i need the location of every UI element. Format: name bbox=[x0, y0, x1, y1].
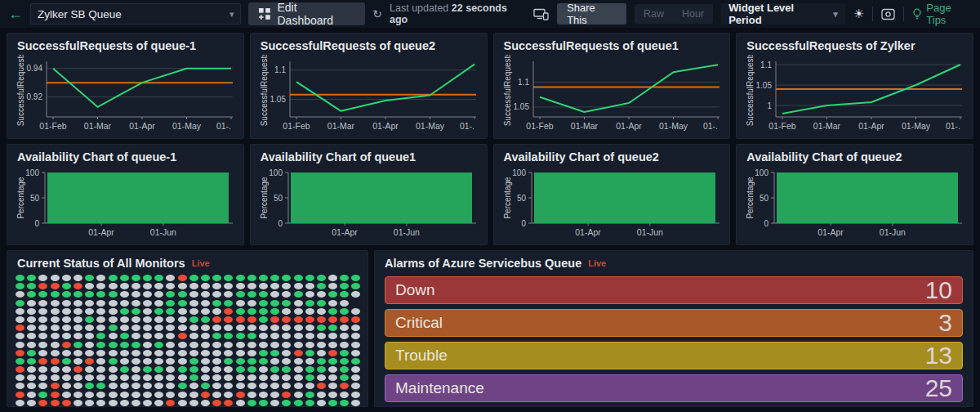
status-dot-up[interactable] bbox=[259, 316, 268, 323]
status-dot-up[interactable] bbox=[305, 350, 314, 356]
status-dot-up[interactable] bbox=[282, 400, 291, 406]
status-dot-no-data[interactable] bbox=[328, 275, 337, 281]
status-dot-down[interactable] bbox=[236, 316, 245, 323]
status-dot-no-data[interactable] bbox=[143, 325, 152, 331]
status-dot-no-data[interactable] bbox=[51, 275, 60, 281]
brightness-icon[interactable]: ☀ bbox=[853, 7, 864, 21]
status-dot-no-data[interactable] bbox=[154, 350, 163, 356]
status-dot-no-data[interactable] bbox=[224, 325, 233, 331]
status-dot-no-data[interactable] bbox=[85, 392, 94, 398]
status-dot-no-data[interactable] bbox=[131, 383, 140, 389]
status-dot-no-data[interactable] bbox=[328, 342, 337, 348]
status-dot-no-data[interactable] bbox=[74, 400, 82, 406]
status-dot-no-data[interactable] bbox=[224, 291, 233, 298]
status-dot-up[interactable] bbox=[340, 308, 349, 315]
status-dot-up[interactable] bbox=[154, 275, 163, 281]
status-dot-up[interactable] bbox=[340, 374, 349, 381]
status-dot-up[interactable] bbox=[247, 400, 256, 406]
status-dot-no-data[interactable] bbox=[96, 366, 105, 373]
status-dot-up[interactable] bbox=[166, 308, 175, 315]
status-dot-no-data[interactable] bbox=[16, 316, 24, 323]
status-dot-up[interactable] bbox=[154, 366, 163, 373]
status-dot-no-data[interactable] bbox=[305, 308, 314, 315]
status-dot-no-data[interactable] bbox=[62, 333, 71, 339]
status-dot-up[interactable] bbox=[224, 358, 233, 365]
status-dot-down[interactable] bbox=[74, 283, 82, 289]
status-dot-no-data[interactable] bbox=[85, 283, 94, 289]
status-dot-down[interactable] bbox=[16, 392, 24, 398]
status-dot-no-data[interactable] bbox=[351, 291, 360, 298]
status-dot-no-data[interactable] bbox=[154, 374, 163, 381]
status-dot-up[interactable] bbox=[270, 275, 279, 281]
status-dot-no-data[interactable] bbox=[317, 291, 326, 298]
status-dot-no-data[interactable] bbox=[189, 342, 198, 348]
status-dot-up[interactable] bbox=[259, 275, 268, 281]
status-dot-no-data[interactable] bbox=[154, 400, 163, 406]
status-dot-no-data[interactable] bbox=[143, 358, 152, 365]
status-dot-no-data[interactable] bbox=[294, 366, 303, 373]
status-dot-no-data[interactable] bbox=[178, 374, 187, 381]
status-dot-no-data[interactable] bbox=[166, 325, 175, 331]
status-dot-up[interactable] bbox=[154, 308, 163, 315]
status-dot-no-data[interactable] bbox=[212, 283, 221, 289]
status-dot-no-data[interactable] bbox=[96, 400, 105, 406]
status-dot-no-data[interactable] bbox=[85, 300, 94, 307]
refresh-icon[interactable]: ↻ bbox=[372, 7, 382, 20]
status-dot-no-data[interactable] bbox=[131, 300, 140, 307]
status-dot-no-data[interactable] bbox=[178, 392, 187, 398]
status-dot-down[interactable] bbox=[51, 358, 60, 365]
status-dot-no-data[interactable] bbox=[189, 283, 198, 289]
status-dot-down[interactable] bbox=[340, 383, 349, 389]
status-dot-no-data[interactable] bbox=[351, 350, 360, 356]
status-dot-no-data[interactable] bbox=[247, 374, 256, 381]
status-dot-no-data[interactable] bbox=[247, 283, 256, 289]
status-dot-down[interactable] bbox=[294, 316, 303, 323]
status-dot-no-data[interactable] bbox=[282, 374, 291, 381]
status-dot-up[interactable] bbox=[236, 291, 245, 298]
status-dot-down[interactable] bbox=[305, 316, 314, 323]
status-dot-up[interactable] bbox=[294, 275, 303, 281]
status-dot-no-data[interactable] bbox=[212, 374, 221, 381]
status-dot-no-data[interactable] bbox=[189, 325, 198, 331]
status-dot-down[interactable] bbox=[328, 316, 337, 323]
status-dot-no-data[interactable] bbox=[38, 316, 47, 323]
status-dot-down[interactable] bbox=[51, 400, 60, 406]
status-dot-no-data[interactable] bbox=[317, 342, 326, 348]
status-dot-no-data[interactable] bbox=[16, 308, 24, 315]
status-dot-no-data[interactable] bbox=[74, 350, 82, 356]
status-dot-no-data[interactable] bbox=[340, 325, 349, 331]
status-dot-up[interactable] bbox=[131, 275, 140, 281]
status-dot-no-data[interactable] bbox=[74, 325, 82, 331]
status-dot-up[interactable] bbox=[305, 300, 314, 307]
status-dot-no-data[interactable] bbox=[109, 366, 118, 373]
status-dot-up[interactable] bbox=[154, 342, 163, 348]
status-dot-no-data[interactable] bbox=[282, 308, 291, 315]
status-dot-down[interactable] bbox=[51, 383, 60, 389]
status-dot-up[interactable] bbox=[109, 291, 118, 298]
status-dot-no-data[interactable] bbox=[282, 342, 291, 348]
status-dot-up[interactable] bbox=[143, 275, 152, 281]
status-dot-no-data[interactable] bbox=[189, 308, 198, 315]
status-dot-up[interactable] bbox=[178, 366, 187, 373]
status-dot-down[interactable] bbox=[38, 358, 47, 365]
status-dot-no-data[interactable] bbox=[131, 392, 140, 398]
status-dot-down[interactable] bbox=[16, 325, 24, 331]
status-dot-no-data[interactable] bbox=[51, 316, 60, 323]
status-dot-no-data[interactable] bbox=[236, 325, 245, 331]
status-dot-no-data[interactable] bbox=[340, 300, 349, 307]
status-dot-no-data[interactable] bbox=[340, 392, 349, 398]
status-dot-no-data[interactable] bbox=[85, 366, 94, 373]
status-dot-up[interactable] bbox=[294, 400, 303, 406]
status-dot-no-data[interactable] bbox=[143, 400, 152, 406]
status-dot-no-data[interactable] bbox=[85, 374, 94, 381]
status-dot-no-data[interactable] bbox=[96, 325, 105, 331]
status-dot-no-data[interactable] bbox=[351, 308, 360, 315]
status-dot-no-data[interactable] bbox=[109, 383, 118, 389]
status-dot-up[interactable] bbox=[317, 366, 326, 373]
status-dot-up[interactable] bbox=[166, 300, 175, 307]
status-dot-up[interactable] bbox=[96, 383, 105, 389]
status-dot-no-data[interactable] bbox=[62, 383, 71, 389]
status-dot-no-data[interactable] bbox=[201, 342, 210, 348]
status-dot-no-data[interactable] bbox=[317, 400, 326, 406]
status-dot-no-data[interactable] bbox=[212, 358, 221, 365]
